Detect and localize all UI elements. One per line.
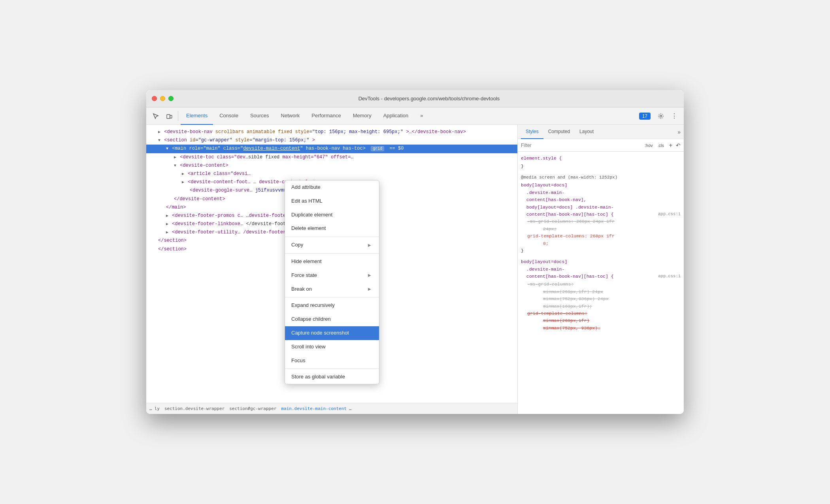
tab-styles[interactable]: Styles <box>521 125 543 139</box>
expand-arrow[interactable]: ▶ <box>182 172 184 176</box>
svg-rect-1 <box>170 115 172 118</box>
tab-layout[interactable]: Layout <box>575 125 598 139</box>
breadcrumb-main[interactable]: main.devsite-main-content <box>279 406 349 411</box>
more-button[interactable]: ⋮ <box>668 110 681 122</box>
context-menu-separator-1 <box>285 237 379 237</box>
tab-memory[interactable]: Memory <box>347 107 377 125</box>
context-menu-copy[interactable]: Copy ▶ <box>285 238 379 252</box>
dom-line[interactable]: ▶ <article class="devsi… <box>146 170 517 178</box>
toolbar-separator-1 <box>178 111 178 121</box>
close-button[interactable] <box>152 96 157 101</box>
style-property: grid-template-columns: 268px 1fr 0; <box>521 233 681 247</box>
styles-tabs: Styles Computed Layout » <box>518 125 684 139</box>
tab-sources[interactable]: Sources <box>245 107 275 125</box>
expand-arrow[interactable]: ▶ <box>166 222 168 226</box>
svg-rect-0 <box>167 115 170 118</box>
context-menu-separator-2 <box>285 253 379 254</box>
submenu-arrow: ▶ <box>368 242 371 248</box>
dom-line[interactable]: ▼ <section id="gc-wrapper" style="margin… <box>146 136 517 145</box>
style-rule-2: body[layout=docs] .devsite-main- content… <box>521 258 681 332</box>
context-menu: Add attribute Edit as HTML Duplicate ele… <box>285 180 379 384</box>
context-menu-duplicate[interactable]: Duplicate element <box>285 208 379 222</box>
inspect-element-button[interactable] <box>149 110 162 122</box>
tab-console[interactable]: Console <box>214 107 244 125</box>
breadcrumb-bar: … ly section.devsite-wrapper section#gc-… <box>146 403 517 414</box>
tab-elements[interactable]: Elements <box>181 107 213 125</box>
tab-performance[interactable]: Performance <box>306 107 346 125</box>
submenu-arrow: ▶ <box>368 286 371 292</box>
context-menu-capture-screenshot[interactable]: Capture node screenshot <box>285 326 379 340</box>
tab-more[interactable]: » <box>415 107 428 125</box>
expand-arrow[interactable]: ▼ <box>166 147 168 151</box>
window-title: DevTools - developers.google.com/web/too… <box>180 96 678 102</box>
dom-panel: ▶ <devsite-book-nav scrollbars animatabl… <box>146 125 518 414</box>
context-menu-hide[interactable]: Hide element <box>285 255 379 269</box>
device-toolbar-button[interactable] <box>163 110 175 122</box>
expand-arrow[interactable]: ▶ <box>174 155 176 160</box>
context-menu-break-on[interactable]: Break on ▶ <box>285 282 379 296</box>
context-menu-collapse[interactable]: Collapse children <box>285 312 379 326</box>
maximize-button[interactable] <box>168 96 174 101</box>
expand-arrow[interactable]: ▶ <box>158 130 160 134</box>
badge-count[interactable]: 17 <box>639 113 651 120</box>
tab-network[interactable]: Network <box>275 107 306 125</box>
context-menu-edit-html[interactable]: Edit as HTML <box>285 194 379 208</box>
expand-arrow[interactable]: ▼ <box>158 138 160 143</box>
style-rule-element: element.style { } <box>521 155 681 170</box>
settings-button[interactable] <box>655 110 667 122</box>
context-menu-focus[interactable]: Focus <box>285 354 379 368</box>
context-menu-store-global[interactable]: Store as global variable <box>285 370 379 384</box>
add-style-rule-button[interactable]: + <box>667 142 674 149</box>
breadcrumb-body[interactable]: ly <box>152 406 162 411</box>
refresh-styles-button[interactable]: ↶ <box>676 142 681 149</box>
dom-line[interactable]: ▼ <devsite-content> <box>146 162 517 170</box>
context-menu-separator-4 <box>285 369 379 369</box>
context-menu-expand[interactable]: Expand recursively <box>285 299 379 312</box>
expand-arrow[interactable]: ▼ <box>174 164 176 168</box>
tab-computed[interactable]: Computed <box>543 125 575 139</box>
styles-tabs-more[interactable]: » <box>677 129 681 135</box>
minimize-button[interactable] <box>160 96 165 101</box>
style-property: -ms-grid-columns: minmax(268px,1fr) 24px… <box>521 281 681 310</box>
style-property: grid-template-columns: minmax(268px,1fr)… <box>521 310 681 332</box>
titlebar: DevTools - developers.google.com/web/too… <box>146 90 684 107</box>
breadcrumb-section-wrapper[interactable]: section.devsite-wrapper <box>162 406 227 411</box>
styles-filter-input[interactable] <box>521 143 643 148</box>
submenu-arrow: ▶ <box>368 272 371 278</box>
tab-application[interactable]: Application <box>378 107 414 125</box>
dom-line[interactable]: ▶ <devsite-toc class="dev…sible fixed ma… <box>146 153 517 162</box>
expand-arrow[interactable]: ▶ <box>166 214 168 218</box>
dom-line-selected[interactable]: ▼ <main role="main" class="devsite-main-… <box>146 145 517 153</box>
breadcrumb-start-dots: … <box>149 406 152 411</box>
dom-content: ▶ <devsite-book-nav scrollbars animatabl… <box>146 125 517 403</box>
styles-panel: Styles Computed Layout » :hov .cls <box>518 125 684 414</box>
context-menu-add-attribute[interactable]: Add attribute <box>285 181 379 194</box>
filter-cls-button[interactable]: .cls <box>656 142 666 149</box>
styles-filter-bar: :hov .cls + ↶ <box>518 139 684 152</box>
traffic-lights <box>152 96 174 101</box>
context-menu-delete[interactable]: Delete element <box>285 222 379 235</box>
toolbar: Elements Console Sources Network Perform… <box>146 107 684 125</box>
main-content: ▶ <devsite-book-nav scrollbars animatabl… <box>146 125 684 414</box>
devtools-window: DevTools - developers.google.com/web/too… <box>146 90 684 414</box>
breadcrumb-section-gc[interactable]: section#gc-wrapper <box>227 406 279 411</box>
context-menu-scroll-into-view[interactable]: Scroll into view <box>285 340 379 354</box>
svg-point-2 <box>660 115 662 117</box>
styles-content: element.style { } @media screen and (max… <box>518 152 684 414</box>
style-rule-media-1: @media screen and (max-width: 1252px) bo… <box>521 174 681 255</box>
context-menu-force-state[interactable]: Force state ▶ <box>285 269 379 282</box>
filter-hov-button[interactable]: :hov <box>643 142 655 149</box>
style-property: -ms-grid-columns: 268px 24px 1fr 24px; <box>521 218 681 233</box>
context-menu-separator-3 <box>285 297 379 297</box>
dom-line[interactable]: ▶ <devsite-book-nav scrollbars animatabl… <box>146 128 517 136</box>
expand-arrow[interactable]: ▶ <box>166 230 168 235</box>
expand-arrow[interactable]: ▶ <box>182 180 184 184</box>
breadcrumb-end-dots: … <box>349 406 352 411</box>
